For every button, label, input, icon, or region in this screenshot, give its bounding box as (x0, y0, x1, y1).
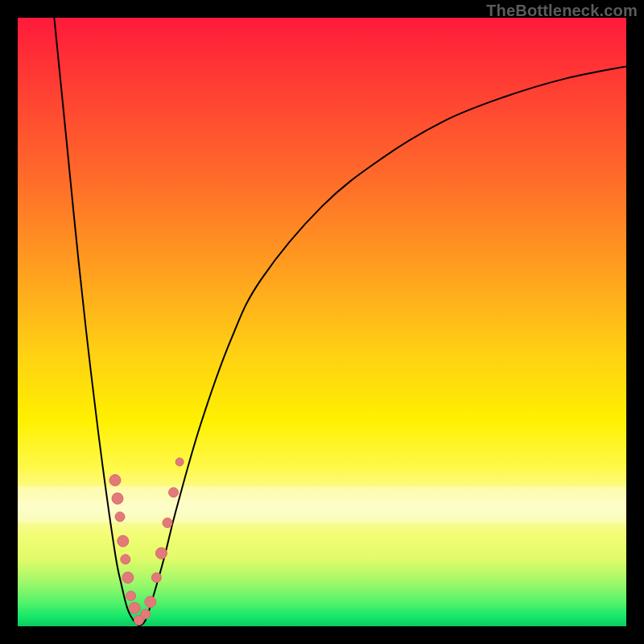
chart-frame: TheBottleneck.com (0, 0, 644, 644)
marker-dots-group (109, 458, 184, 625)
marker-dot (141, 609, 151, 619)
marker-dot (122, 572, 134, 584)
marker-dot (169, 488, 179, 497)
marker-dot (163, 518, 172, 527)
marker-dot (126, 591, 136, 601)
marker-dot (151, 573, 161, 583)
marker-dot (121, 555, 130, 564)
watermark-text: TheBottleneck.com (486, 2, 638, 20)
marker-dot (175, 458, 184, 466)
curve-layer (18, 18, 626, 626)
marker-dot (145, 597, 156, 608)
marker-dot (129, 602, 140, 613)
marker-dot (112, 493, 123, 504)
marker-dot (118, 535, 129, 547)
plot-area (18, 18, 626, 626)
marker-dot (155, 547, 167, 559)
curve-right-branch (139, 66, 626, 626)
marker-dot (109, 475, 121, 486)
curve-left-branch (54, 18, 139, 626)
marker-dot (115, 512, 125, 522)
